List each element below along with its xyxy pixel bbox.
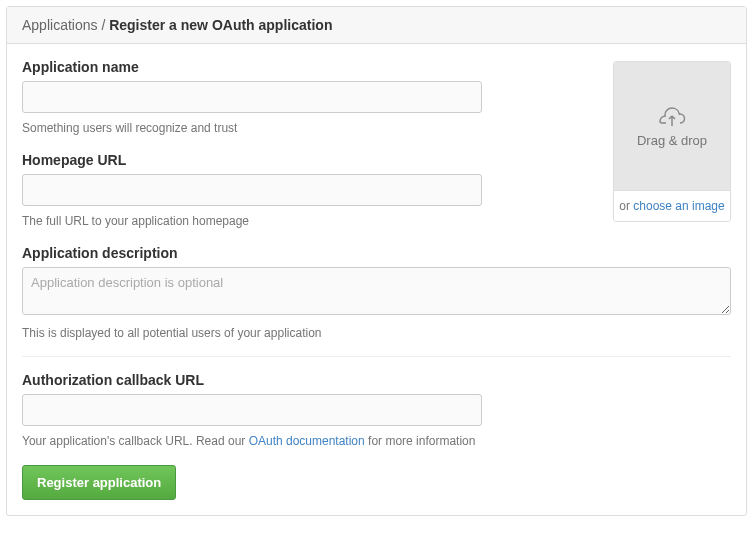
- breadcrumb: Applications / Register a new OAuth appl…: [7, 7, 746, 44]
- register-application-button[interactable]: Register application: [22, 465, 176, 500]
- callback-url-label: Authorization callback URL: [22, 372, 731, 388]
- oauth-documentation-link[interactable]: OAuth documentation: [249, 434, 365, 448]
- homepage-url-help: The full URL to your application homepag…: [22, 212, 598, 230]
- oauth-register-panel: Applications / Register a new OAuth appl…: [6, 6, 747, 516]
- callback-url-input[interactable]: [22, 394, 482, 426]
- logo-dropzone-footer: or choose an image: [614, 190, 730, 221]
- panel-body: Application name Something users will re…: [7, 44, 746, 515]
- logo-drop-label: Drag & drop: [637, 133, 707, 148]
- homepage-url-group: Homepage URL The full URL to your applic…: [22, 152, 598, 230]
- breadcrumb-separator: /: [98, 17, 110, 33]
- cloud-upload-icon: [658, 105, 686, 129]
- application-description-label: Application description: [22, 245, 731, 261]
- application-name-label: Application name: [22, 59, 598, 75]
- application-name-help: Something users will recognize and trust: [22, 119, 598, 137]
- application-name-group: Application name Something users will re…: [22, 59, 598, 137]
- application-description-group: Application description This is displaye…: [22, 245, 731, 342]
- logo-dropzone[interactable]: Drag & drop or choose an image: [613, 61, 731, 222]
- page-title: Register a new OAuth application: [109, 17, 332, 33]
- logo-or-text: or: [619, 199, 633, 213]
- callback-help-suffix: for more information: [365, 434, 476, 448]
- callback-help-prefix: Your application's callback URL. Read ou…: [22, 434, 249, 448]
- application-description-textarea[interactable]: [22, 267, 731, 315]
- application-name-input[interactable]: [22, 81, 482, 113]
- homepage-url-input[interactable]: [22, 174, 482, 206]
- section-divider: [22, 356, 731, 357]
- breadcrumb-parent: Applications: [22, 17, 98, 33]
- application-description-help: This is displayed to all potential users…: [22, 324, 731, 342]
- callback-url-group: Authorization callback URL Your applicat…: [22, 372, 731, 450]
- choose-image-link[interactable]: choose an image: [633, 199, 724, 213]
- logo-drop-area[interactable]: Drag & drop: [614, 62, 730, 190]
- homepage-url-label: Homepage URL: [22, 152, 598, 168]
- callback-url-help: Your application's callback URL. Read ou…: [22, 432, 731, 450]
